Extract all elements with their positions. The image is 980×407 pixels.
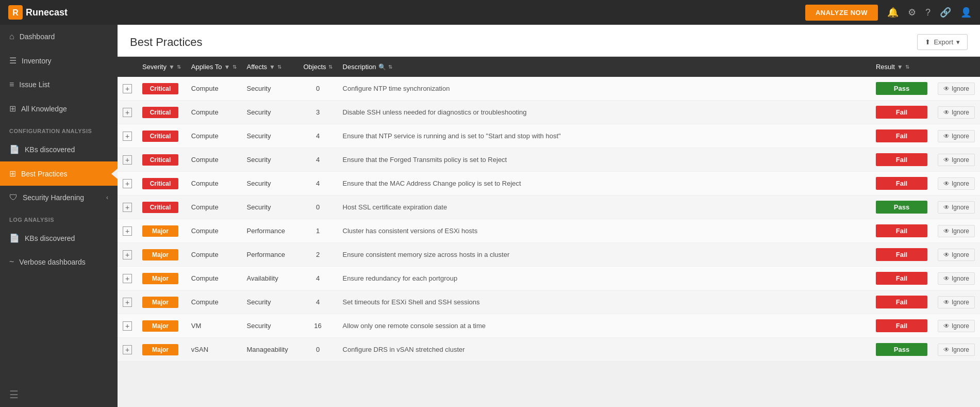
description-link-9[interactable]: Set timeouts for ESXi Shell and SSH sess… [343,298,480,306]
table-body: + Critical Compute Security 0 Configure … [118,77,980,362]
severity-sort-icon[interactable]: ⇅ [177,64,181,70]
expand-button-10[interactable]: + [123,321,132,331]
ignore-button-3[interactable]: 👁 Ignore [938,154,975,166]
th-objects: Objects ⇅ [298,57,338,77]
ignore-button-6[interactable]: 👁 Ignore [938,225,975,237]
td-applies-9: Compute [186,290,242,314]
expand-button-8[interactable]: + [123,274,132,283]
user-icon[interactable]: 👤 [960,7,972,18]
description-search-icon[interactable]: 🔍 [378,63,386,71]
sidebar-item-security-hardening-label: Security Hardening [23,193,84,202]
table-row: + Major Compute Performance 1 Cluster ha… [118,219,980,243]
table-row: + Critical Compute Security 0 Configure … [118,77,980,101]
sidebar-item-kbs-discovered-2[interactable]: 📄 KBs discovered [0,226,118,250]
expand-button-9[interactable]: + [123,298,132,307]
expand-button-0[interactable]: + [123,84,132,93]
applies-filter-icon[interactable]: ▼ [224,63,230,71]
sidebar-menu-icon[interactable]: ☰ [0,382,118,407]
td-severity-5: Critical [137,196,186,219]
sidebar-item-all-knowledge-label: All Knowledge [21,105,67,113]
gear-icon[interactable]: ⚙ [908,7,916,18]
severity-badge-5: Critical [142,202,178,213]
link-icon[interactable]: 🔗 [940,7,951,18]
td-severity-2: Critical [137,124,186,148]
sidebar-item-kbs-discovered-1[interactable]: 📄 KBs discovered [0,137,118,161]
ignore-button-7[interactable]: 👁 Ignore [938,249,975,261]
affects-sort-icon[interactable]: ⇅ [277,64,281,70]
th-expand [118,57,137,77]
security-hardening-left: 🛡 Security Hardening [9,193,84,202]
ignore-button-10[interactable]: 👁 Ignore [938,320,975,332]
severity-badge-4: Critical [142,178,178,189]
ignore-button-0[interactable]: 👁 Ignore [938,83,975,95]
description-sort-icon[interactable]: ⇅ [388,64,392,70]
analyze-now-button[interactable]: ANALYZE NOW [805,5,878,21]
expand-button-3[interactable]: + [123,155,132,165]
dashboard-icon: ⌂ [9,32,14,41]
sidebar-item-verbose-dashboards[interactable]: ~ Verbose dashboards [0,250,118,274]
description-link-2[interactable]: Ensure that NTP service is running and i… [343,132,561,140]
ignore-button-8[interactable]: 👁 Ignore [938,272,975,285]
result-badge-5: Pass [876,201,927,214]
result-badge-2: Fail [876,129,927,142]
description-link-10[interactable]: Allow only one remote console session at… [343,322,486,330]
export-button[interactable]: ⬆ Export ▾ [917,34,968,50]
ignore-button-5[interactable]: 👁 Ignore [938,201,975,214]
description-link-7[interactable]: Ensure consistent memory size across hos… [343,251,510,258]
objects-sort-icon[interactable]: ⇅ [328,64,333,70]
question-icon[interactable]: ? [925,7,931,18]
app-name: Runecast [26,7,68,18]
td-objects-2: 4 [298,124,338,148]
td-description-0: Configure NTP time synchronization [338,77,871,101]
ignore-button-1[interactable]: 👁 Ignore [938,106,975,119]
expand-button-11[interactable]: + [123,345,132,354]
expand-button-6[interactable]: + [123,226,132,236]
description-link-11[interactable]: Configure DRS in vSAN stretched cluster [343,346,465,353]
ignore-button-4[interactable]: 👁 Ignore [938,177,975,190]
result-filter-icon[interactable]: ▼ [897,63,903,71]
bell-icon[interactable]: 🔔 [887,7,899,18]
description-link-4[interactable]: Ensure that the MAC Address Change polic… [343,180,521,187]
severity-filter-icon[interactable]: ▼ [169,63,175,71]
td-applies-7: Compute [186,243,242,267]
td-affects-3: Security [242,148,298,172]
result-sort-icon[interactable]: ⇅ [905,64,909,70]
affects-filter-icon[interactable]: ▼ [269,63,275,71]
expand-button-2[interactable]: + [123,132,132,141]
sidebar-item-issue-list[interactable]: ≡ Issue List [0,73,118,96]
td-severity-0: Critical [137,77,186,101]
td-ignore-3: 👁 Ignore [933,148,980,172]
expand-button-7[interactable]: + [123,250,132,259]
ignore-button-11[interactable]: 👁 Ignore [938,344,975,356]
td-expand-9: + [118,290,137,314]
description-link-1[interactable]: Disable SSH unless needed for diagnostic… [343,108,527,116]
eye-icon-8: 👁 [943,275,950,282]
td-objects-6: 1 [298,219,338,243]
expand-button-1[interactable]: + [123,108,132,117]
sidebar-item-security-hardening[interactable]: 🛡 Security Hardening ‹ [0,186,118,209]
applies-sort-icon[interactable]: ⇅ [232,64,237,70]
td-description-5: Host SSL certificate expiration date [338,196,871,219]
td-applies-4: Compute [186,172,242,196]
td-expand-8: + [118,267,137,290]
ignore-button-9[interactable]: 👁 Ignore [938,296,975,308]
description-link-8[interactable]: Ensure redundancy for each portgroup [343,274,458,282]
description-link-0[interactable]: Configure NTP time synchronization [343,85,450,92]
description-link-5[interactable]: Host SSL certificate expiration date [343,203,447,211]
expand-button-5[interactable]: + [123,203,132,212]
td-ignore-2: 👁 Ignore [933,124,980,148]
description-link-3[interactable]: Ensure that the Forged Transmits policy … [343,156,507,164]
sidebar-item-dashboard[interactable]: ⌂ Dashboard [0,25,118,48]
td-applies-11: vSAN [186,338,242,362]
td-description-8: Ensure redundancy for each portgroup [338,267,871,290]
ignore-button-2[interactable]: 👁 Ignore [938,130,975,142]
sidebar-item-all-knowledge[interactable]: ⊞ All Knowledge [0,96,118,121]
table-row: + Critical Compute Security 4 Ensure tha… [118,148,980,172]
table-row: + Major VM Security 16 Allow only one re… [118,314,980,338]
sidebar-item-kbs2-label: KBs discovered [25,234,75,242]
description-link-6[interactable]: Cluster has consistent versions of ESXi … [343,227,478,235]
expand-button-4[interactable]: + [123,179,132,188]
sidebar-item-inventory[interactable]: ☰ Inventory [0,48,118,73]
sidebar-item-best-practices[interactable]: ⊞ Best Practices [0,161,118,186]
kbs2-icon: 📄 [9,233,20,243]
